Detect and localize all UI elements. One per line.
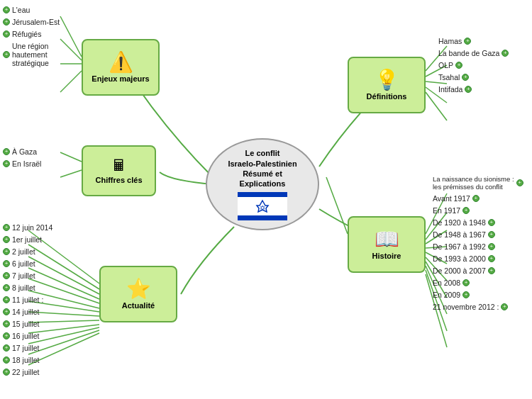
list-item[interactable]: 17 juillet	[3, 344, 52, 352]
svg-line-10	[60, 170, 82, 177]
list-item[interactable]: Intifada	[438, 85, 509, 94]
list-item[interactable]: De 1920 à 1948	[433, 218, 523, 227]
actualite-icon: ⭐	[126, 279, 151, 299]
svg-rect-36	[238, 192, 287, 197]
leaf-dot	[472, 195, 480, 202]
list-item[interactable]: 2 juillet	[3, 247, 52, 256]
list-item[interactable]: De 1993 à 2000	[433, 254, 523, 263]
list-item[interactable]: Une régionhautementstratégique	[3, 42, 60, 67]
leaf-dot	[501, 303, 508, 310]
leaf-dot	[3, 6, 10, 13]
leaf-dot	[3, 236, 10, 243]
actualite-node[interactable]: ⭐ Actualité	[99, 266, 177, 322]
leaf-dot	[3, 51, 10, 58]
leaf-dot	[3, 320, 10, 327]
list-item[interactable]: OLP	[438, 61, 509, 69]
list-item[interactable]: En 2009	[433, 291, 523, 299]
chiffres-node[interactable]: 🖩 Chiffres clés	[82, 145, 156, 196]
enjeux-label: Enjeux majeurs	[92, 74, 149, 83]
list-item[interactable]: À Gaza	[3, 147, 41, 156]
enjeux-node[interactable]: ⚠️ Enjeux majeurs	[82, 39, 160, 96]
histoire-leaves: La naissance du sionisme :les prémisses …	[433, 175, 523, 311]
list-item[interactable]: En Israël	[3, 159, 41, 168]
list-item[interactable]: Tsahal	[438, 73, 509, 82]
leaf-dot	[3, 344, 10, 352]
list-item[interactable]: De 1967 à 1992	[433, 242, 523, 251]
histoire-node[interactable]: 📖 Histoire	[348, 216, 426, 273]
leaf-dot	[3, 356, 10, 364]
list-item[interactable]: 15 juillet	[3, 320, 52, 328]
leaf-dot	[3, 296, 10, 303]
svg-text:✡: ✡	[260, 204, 265, 212]
list-item[interactable]: Jérusalem-Est	[3, 18, 60, 26]
list-item[interactable]: 18 juillet	[3, 356, 52, 364]
histoire-icon: 📖	[375, 230, 399, 249]
chiffres-icon: 🖩	[111, 158, 127, 174]
leaf-dot	[3, 248, 10, 255]
list-item[interactable]: De 2000 à 2007	[433, 266, 523, 275]
svg-line-3	[60, 71, 82, 92]
leaf-dot	[488, 243, 495, 250]
svg-line-0	[60, 16, 82, 57]
leaf-dot	[3, 308, 10, 315]
definitions-leaves: Hamas La bande de Gaza OLP Tsahal Intifa…	[438, 37, 509, 94]
actualite-leaves: 12 juin 2014 1er juillet 2 juillet 6 jui…	[3, 223, 52, 376]
leaf-dot	[3, 260, 10, 267]
histoire-label: Histoire	[372, 252, 401, 260]
list-item[interactable]: 8 juillet	[3, 283, 52, 292]
leaf-dot	[3, 30, 10, 38]
leaf-dot	[3, 272, 10, 279]
leaf-dot	[3, 148, 10, 155]
leaf-dot	[516, 179, 523, 186]
leaf-dot	[3, 332, 10, 339]
svg-line-8	[426, 92, 447, 120]
leaf-dot	[3, 18, 10, 26]
svg-line-11	[326, 177, 348, 234]
center-title: Le conflitIsraelo-PalestinienRésumé etEx…	[228, 148, 297, 189]
leaf-dot	[464, 38, 471, 45]
list-item[interactable]: 1er juillet	[3, 235, 52, 244]
leaf-dot	[3, 160, 10, 167]
leaf-dot	[462, 291, 470, 298]
actualite-label: Actualité	[122, 301, 155, 310]
list-item[interactable]: De 1948 à 1967	[433, 230, 523, 239]
definitions-node[interactable]: 💡 Définitions	[348, 57, 426, 113]
flag-icon: ✡	[238, 192, 287, 220]
list-item[interactable]: 21 novembre 2012 :	[433, 303, 523, 311]
list-item[interactable]: 22 juillet	[3, 368, 52, 376]
list-item[interactable]: En 1917	[433, 206, 523, 215]
list-item[interactable]: Hamas	[438, 37, 509, 45]
list-item[interactable]: L'eau	[3, 6, 60, 14]
list-item[interactable]: 11 juillet :	[3, 296, 52, 304]
list-item[interactable]: 12 juin 2014	[3, 223, 52, 232]
leaf-dot	[3, 224, 10, 231]
svg-rect-37	[238, 215, 287, 220]
definitions-icon: 💡	[375, 70, 399, 90]
definitions-label: Définitions	[367, 92, 407, 101]
list-item[interactable]: Réfugiés	[3, 30, 60, 38]
leaf-dot	[455, 62, 462, 69]
list-item[interactable]: En 2008	[433, 279, 523, 287]
leaf-dot	[3, 284, 10, 291]
enjeux-leaves: L'eau Jérusalem-Est Réfugiés Une régionh…	[3, 6, 60, 67]
enjeux-icon: ⚠️	[109, 52, 133, 72]
leaf-dot	[462, 74, 469, 81]
list-item[interactable]: La bande de Gaza	[438, 49, 509, 57]
leaf-dot	[3, 369, 10, 376]
svg-line-1	[60, 39, 82, 60]
chiffres-leaves: À Gaza En Israël	[3, 147, 41, 168]
leaf-dot	[488, 255, 495, 262]
list-item[interactable]: 7 juillet	[3, 271, 52, 280]
leaf-dot	[501, 50, 509, 57]
leaf-dot	[462, 207, 470, 214]
leaf-dot	[488, 231, 495, 238]
list-item[interactable]: 14 juillet	[3, 308, 52, 316]
list-item[interactable]: 6 juillet	[3, 259, 52, 268]
list-item[interactable]: Avant 1917	[433, 194, 523, 203]
leaf-dot	[465, 86, 472, 93]
leaf-dot	[462, 279, 470, 286]
list-item[interactable]: La naissance du sionisme :les prémisses …	[433, 175, 523, 191]
leaf-dot	[488, 219, 495, 226]
leaf-dot	[488, 267, 495, 274]
list-item[interactable]: 16 juillet	[3, 332, 52, 340]
